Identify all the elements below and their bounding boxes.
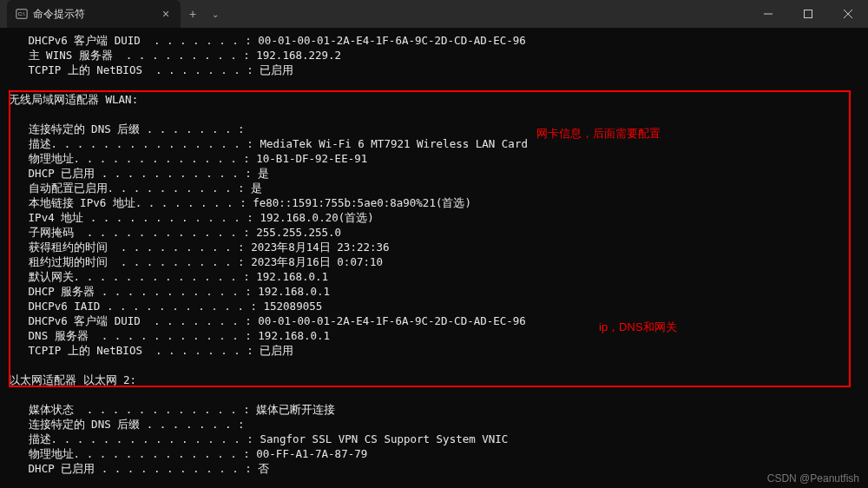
title-bar: C:\ 命令提示符 × + ⌄ — [0, 0, 868, 28]
maximize-button[interactable] — [788, 0, 828, 28]
cmd-icon: C:\ — [16, 8, 28, 20]
active-tab[interactable]: C:\ 命令提示符 × — [7, 0, 181, 28]
new-tab-button[interactable]: + — [181, 7, 205, 21]
svg-text:C:\: C:\ — [18, 10, 25, 16]
minimize-icon — [764, 10, 773, 18]
watermark: CSDN @Peanutfish — [767, 472, 859, 485]
maximize-icon — [804, 10, 812, 18]
close-icon — [844, 10, 852, 18]
terminal-output[interactable]: DHCPv6 客户端 DUID . . . . . . . : 00-01-00… — [0, 28, 868, 488]
minimize-button[interactable] — [748, 0, 788, 28]
tab-title: 命令提示符 — [33, 7, 155, 22]
window-controls — [748, 0, 868, 28]
svg-rect-3 — [805, 10, 812, 18]
tab-close-button[interactable]: × — [160, 7, 172, 21]
tab-dropdown-button[interactable]: ⌄ — [205, 10, 226, 19]
close-button[interactable] — [828, 0, 868, 28]
